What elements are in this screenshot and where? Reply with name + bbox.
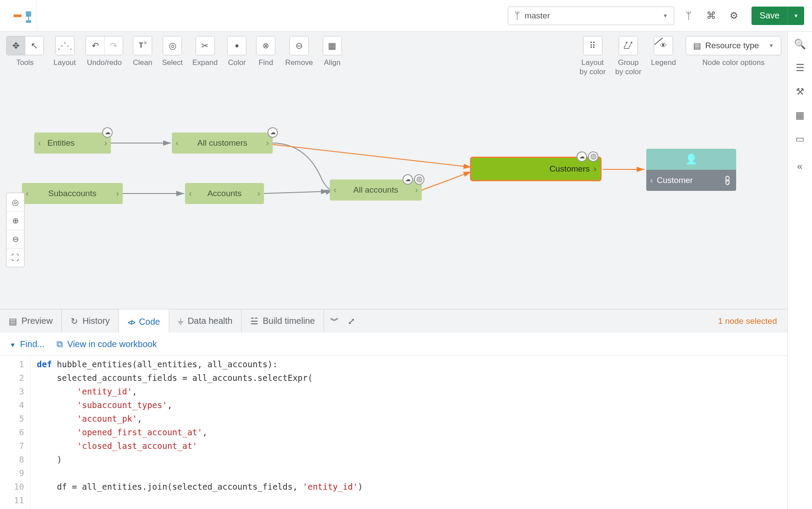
resource-type-label: Resource type	[705, 41, 759, 50]
link-label: Find...	[20, 339, 45, 349]
chevron-left-icon: ‹	[34, 138, 45, 148]
cloud-badge-icon	[402, 174, 413, 185]
save-dropdown-button[interactable]: ▼	[787, 7, 804, 25]
caret-down-icon: ▼	[663, 13, 668, 19]
cloud-badge-icon	[577, 151, 587, 162]
command-icon-button[interactable]	[702, 7, 720, 25]
tool-redo[interactable]	[104, 36, 123, 55]
tool-color[interactable]	[228, 36, 246, 55]
user-icon	[685, 154, 697, 165]
bottom-tab-bar: Preview History Code Data health Build t…	[0, 309, 787, 333]
chevron-right-icon: ›	[112, 188, 123, 198]
tool-expand[interactable]	[196, 36, 214, 55]
zoom-out-button[interactable]	[7, 230, 24, 248]
app-logo[interactable]	[8, 0, 37, 31]
chevron-left-icon: ‹	[330, 185, 340, 195]
caret-down-icon: ▼	[769, 43, 774, 49]
branch-select[interactable]: master ▼	[508, 7, 674, 25]
node-customer-header[interactable]	[646, 149, 736, 170]
node-entities[interactable]: ‹ Entities ›	[34, 133, 111, 154]
tool-group-by-color[interactable]	[619, 36, 637, 55]
node-customer[interactable]: ‹ Customer	[646, 170, 736, 191]
tab-preview[interactable]: Preview	[0, 309, 62, 333]
svg-line-4	[421, 172, 471, 190]
chevron-right-icon: ›	[411, 185, 422, 195]
label-legend: Legend	[651, 58, 676, 67]
rail-schedule-button[interactable]	[795, 110, 805, 121]
node-label: Customer	[657, 176, 693, 185]
table-icon	[693, 41, 701, 51]
rail-search-button[interactable]	[794, 39, 806, 50]
link-icon	[721, 174, 734, 187]
branch-icon	[514, 10, 520, 22]
label-expand: Expand	[192, 58, 218, 67]
label-color: Color	[228, 58, 246, 67]
rail-build-button[interactable]	[796, 86, 805, 97]
node-label: Accounts	[205, 189, 244, 198]
tab-label: Preview	[21, 316, 53, 326]
right-rail	[787, 32, 812, 509]
open-external-icon	[57, 339, 63, 349]
graph-canvas[interactable]: ‹ Entities › ‹ All customers › ‹ S	[0, 79, 787, 309]
tool-select-cursor[interactable]	[25, 36, 43, 55]
tab-build-timeline[interactable]: Build timeline	[242, 309, 324, 333]
top-bar: master ▼ Save ▼	[0, 0, 812, 32]
rail-collapse-button[interactable]	[797, 161, 802, 173]
chevron-right-icon: ›	[262, 138, 273, 148]
label-select: Select	[162, 58, 182, 67]
code-subbar: Find... View in code workbook	[0, 333, 787, 355]
tab-label: Code	[139, 317, 160, 327]
label-align: Align	[324, 58, 341, 67]
tab-code[interactable]: Code	[119, 309, 169, 333]
tool-remove[interactable]	[290, 36, 308, 55]
zoom-center-button[interactable]	[7, 193, 24, 211]
rail-card-button[interactable]	[795, 133, 805, 145]
tool-find[interactable]	[256, 36, 275, 55]
tool-select[interactable]	[163, 36, 182, 55]
node-subaccounts[interactable]: ‹ Subaccounts ›	[22, 183, 123, 204]
workspace: Tools Layout Undo/redo Clean	[0, 32, 787, 509]
chevron-right-icon: ›	[100, 138, 111, 148]
code-find-link[interactable]: Find...	[10, 339, 44, 349]
node-accounts[interactable]: ‹ Accounts ›	[185, 183, 264, 204]
code-editor[interactable]: 1234567891011 def hubble_entities(all_en…	[0, 355, 787, 509]
tool-layout-by-color[interactable]	[584, 36, 602, 55]
tool-undo[interactable]	[86, 36, 104, 55]
selected-node-count: 1 node selected	[718, 309, 787, 333]
code-content[interactable]: def hubble_entities(all_entities, all_ac…	[31, 356, 363, 509]
tool-legend[interactable]	[654, 36, 673, 55]
chevron-left-icon: ‹	[646, 175, 657, 185]
expand-panel-button[interactable]	[348, 316, 355, 326]
save-group: Save ▼	[751, 7, 804, 25]
tab-data-health[interactable]: Data health	[169, 309, 242, 333]
label-layout-color: Layout by color	[580, 58, 606, 77]
save-button[interactable]: Save	[751, 7, 787, 25]
tool-move[interactable]	[7, 36, 25, 55]
zoom-fit-button[interactable]	[7, 248, 24, 267]
app-root: master ▼ Save ▼ Tools	[0, 0, 812, 509]
rail-rows-button[interactable]	[796, 62, 805, 74]
canvas-toolbar: Tools Layout Undo/redo Clean	[0, 32, 787, 79]
zoom-in-button[interactable]	[7, 211, 24, 230]
label-undoredo: Undo/redo	[87, 58, 121, 67]
tool-layout[interactable]	[56, 36, 74, 55]
history-icon	[71, 316, 78, 326]
branch-icon-button[interactable]	[680, 7, 697, 25]
collapse-panel-button[interactable]	[330, 315, 339, 327]
chevron-left-icon: ‹	[172, 138, 182, 148]
tab-history[interactable]: History	[62, 309, 119, 333]
node-all-customers[interactable]: ‹ All customers ›	[172, 133, 273, 154]
branch-name: master	[524, 11, 550, 21]
tool-clean[interactable]	[133, 36, 152, 55]
tab-label: History	[82, 316, 110, 326]
globe-badge-icon	[414, 174, 424, 185]
resource-type-select[interactable]: Resource type ▼	[686, 36, 781, 55]
label-remove: Remove	[285, 58, 313, 67]
svg-line-1	[272, 144, 471, 167]
tool-align[interactable]	[323, 36, 342, 55]
chevron-left-icon: ‹	[185, 188, 196, 198]
cloud-badge-icon	[267, 127, 278, 138]
view-in-workbook-link[interactable]: View in code workbook	[57, 339, 157, 349]
settings-icon-button[interactable]	[725, 7, 743, 25]
node-label: All accounts	[351, 185, 401, 195]
